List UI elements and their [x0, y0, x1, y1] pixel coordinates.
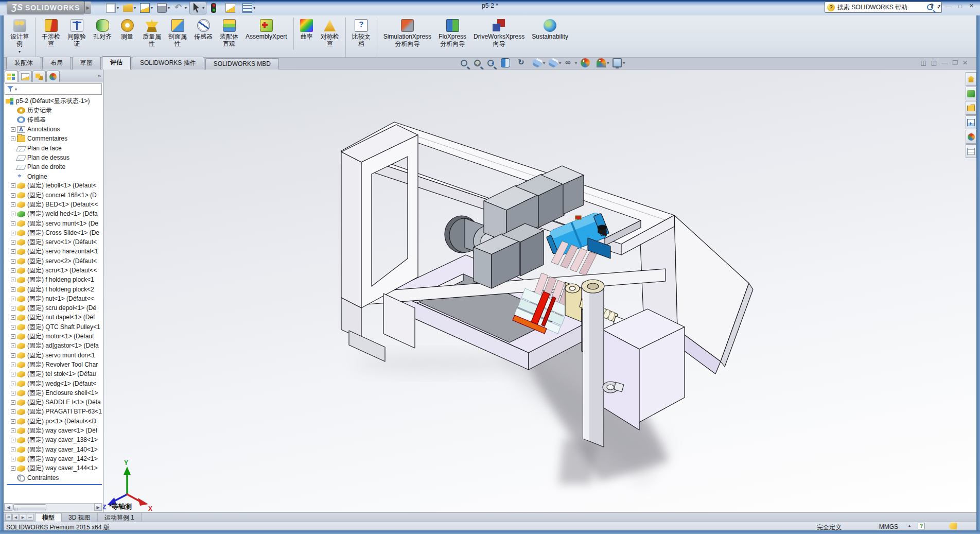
document-tab[interactable]: 3D 视图 — [62, 513, 98, 522]
expand-plus-icon[interactable]: + — [11, 268, 15, 273]
scroll-left-arrow[interactable]: ◀ — [5, 504, 12, 511]
tree-item[interactable]: + (固定) nut dapel<1> (Déf — [6, 313, 103, 322]
ribbon-button[interactable]: 干涉检 查 ▾ — [35, 18, 64, 57]
tree-item[interactable]: + (固定) Cross Slide<1> (De — [6, 228, 103, 237]
help-button[interactable]: ? — [930, 2, 934, 10]
expand-plus-icon[interactable]: + — [11, 231, 15, 235]
tree-item[interactable]: + Annotations — [6, 125, 103, 134]
expand-plus-icon[interactable]: + — [11, 372, 15, 376]
tag-icon[interactable] — [949, 523, 957, 529]
minimize-button[interactable]: — — [943, 3, 953, 10]
expand-plus-icon[interactable]: + — [11, 202, 15, 207]
ribbon-button[interactable]: 比较文 档 ▾ — [345, 18, 374, 57]
expand-plus-icon[interactable]: + — [11, 136, 15, 141]
panel-tabs-overflow[interactable]: » — [98, 73, 101, 79]
view-toolbar-button[interactable]: ▾ — [597, 58, 609, 67]
expand-plus-icon[interactable]: + — [11, 391, 15, 395]
tree-item[interactable]: + (固定) f holdeng plock<2 — [6, 285, 103, 294]
scroll-right-arrow[interactable]: ▶ — [94, 504, 102, 511]
tree-item[interactable]: + 传感器 — [6, 115, 103, 125]
expand-plus-icon[interactable]: + — [11, 183, 15, 188]
tree-item[interactable]: + (固定) way caver_140<1> — [6, 445, 103, 454]
expand-plus-icon[interactable]: + — [11, 287, 15, 292]
tree-item[interactable]: + (固定) servo harezontal<1 — [6, 247, 103, 256]
document-tab[interactable]: 模型 — [36, 513, 62, 522]
ribbon-button[interactable]: 设计算 例 ▾ — [7, 18, 32, 57]
view-toolbar-button[interactable]: ▾ — [517, 58, 529, 67]
tree-item[interactable]: + (固定) servo munt don<1 — [6, 351, 103, 360]
expand-plus-icon[interactable]: + — [11, 127, 15, 132]
view-toolbar-button[interactable]: ▾ — [461, 60, 470, 66]
tree-item[interactable]: + (固定) wedg<1> (Défaut< — [6, 379, 103, 388]
chevron-down-icon[interactable]: ▾ — [607, 61, 609, 65]
expand-plus-icon[interactable]: + — [11, 457, 15, 461]
tree-item[interactable]: + Plan de droite — [6, 162, 103, 171]
expand-plus-icon[interactable]: + — [11, 438, 15, 442]
tree-filter-input[interactable]: ▾ — [5, 83, 102, 95]
task-pane-button[interactable] — [966, 101, 976, 115]
quick-toolbar-button[interactable]: ▾ — [224, 2, 240, 14]
expand-plus-icon[interactable]: + — [11, 343, 15, 348]
expand-plus-icon[interactable]: + — [11, 278, 15, 282]
expand-plus-icon[interactable]: + — [11, 193, 15, 198]
expand-plus-icon[interactable]: + — [11, 419, 15, 424]
ribbon-button[interactable]: 质量属 性 ▾ — [139, 18, 165, 57]
tree-item[interactable]: + Plan de dessus — [6, 153, 103, 162]
tree-item[interactable]: + (固定) PRAGATI BTP-63<1 — [6, 407, 103, 417]
units-caret[interactable]: ▴ — [908, 523, 911, 528]
expand-plus-icon[interactable]: + — [11, 428, 15, 433]
ribbon-button[interactable]: 孔对齐 ▾ — [90, 18, 115, 50]
quick-toolbar-button[interactable]: ▾ — [155, 2, 171, 14]
view-toolbar-button[interactable]: ▾ — [581, 58, 593, 67]
ribbon-button[interactable]: 曲率 ▾ — [293, 18, 317, 50]
task-pane-button[interactable] — [966, 72, 976, 86]
rollback-bar[interactable] — [7, 484, 102, 485]
command-tab[interactable]: SOLIDWORKS MBD — [205, 58, 279, 70]
tree-item[interactable]: + (固定) motor<1> (Défaut — [6, 332, 103, 341]
task-pane-button[interactable] — [966, 144, 976, 158]
tree-item[interactable]: + (固定) servo munt<1> (De — [6, 219, 103, 228]
ribbon-button[interactable]: AssemblyXpert ▾ — [242, 18, 291, 50]
help-caret[interactable]: ▾ — [938, 4, 940, 8]
tab-property-manager[interactable] — [19, 71, 32, 82]
quick-toolbar-button[interactable]: ▾ — [241, 2, 257, 14]
expand-plus-icon[interactable]: + — [11, 221, 15, 226]
tree-item[interactable]: + (固定) scru<1> (Défaut<< — [6, 266, 103, 275]
ribbon-button[interactable]: FloXpress 分析向导 ▾ — [435, 18, 470, 57]
tree-item[interactable]: + Origine — [6, 171, 103, 181]
chevron-down-icon[interactable]: ▾ — [202, 6, 204, 10]
quick-toolbar-button[interactable]: ▾ — [121, 2, 137, 14]
chevron-down-icon[interactable]: ▾ — [575, 61, 577, 65]
view-toolbar-button[interactable]: ▾ — [565, 58, 577, 67]
expand-plus-icon[interactable]: + — [11, 466, 15, 471]
tree-item[interactable]: + Plan de face — [6, 143, 103, 152]
expand-plus-icon[interactable]: + — [11, 400, 15, 405]
units-selector[interactable]: MMGS — [879, 523, 898, 530]
ribbon-button[interactable]: 测量 ▾ — [115, 18, 139, 50]
ribbon-button[interactable]: SimulationXpress 分析向导 ▾ — [377, 18, 435, 57]
command-tab[interactable]: SOLIDWORKS 插件 — [132, 57, 204, 70]
tree-item[interactable]: + (固定) ad[gastor<1> (Défa — [6, 341, 103, 351]
expand-plus-icon[interactable]: + — [11, 334, 15, 339]
doc-minimize-button[interactable]: — — [941, 59, 948, 66]
graphics-viewport[interactable]: Y Z X *等轴测 — [103, 70, 976, 512]
tree-item[interactable]: + 历史记录 — [6, 106, 103, 115]
chevron-down-icon[interactable]: ▾ — [168, 6, 170, 10]
tree-item[interactable]: + (固定) tel stok<1> (Défau — [6, 370, 103, 379]
doc-close-button[interactable]: ✕ — [962, 59, 968, 66]
expand-plus-icon[interactable]: + — [11, 325, 15, 330]
doc-restore-button[interactable]: ❐ — [952, 59, 958, 66]
ribbon-button[interactable]: 间隙验 证 ▾ — [64, 18, 90, 57]
ribbon-button[interactable]: 传感器 ▾ — [190, 18, 216, 50]
tree-item[interactable]: + (固定) way caver_144<1> — [6, 464, 103, 473]
tab-configuration-manager[interactable] — [32, 71, 46, 82]
tree-item[interactable]: + (固定) teboll<1> (Défaut< — [6, 181, 103, 191]
tree-item[interactable]: + (固定) BED<1> (Défaut<< — [6, 200, 103, 209]
view-toolbar-button[interactable]: ▾ — [549, 58, 561, 67]
ribbon-button[interactable]: Sustainability ▾ — [528, 18, 572, 50]
command-tab[interactable]: 评估 — [102, 56, 131, 70]
pane-split-right-icon[interactable]: ◫ — [931, 59, 937, 66]
view-toolbar-button[interactable]: ▾ — [487, 60, 497, 66]
tree-item[interactable]: + (固定) weld hed<1> (Défa — [6, 210, 103, 219]
pane-split-left-icon[interactable]: ◫ — [920, 59, 926, 66]
